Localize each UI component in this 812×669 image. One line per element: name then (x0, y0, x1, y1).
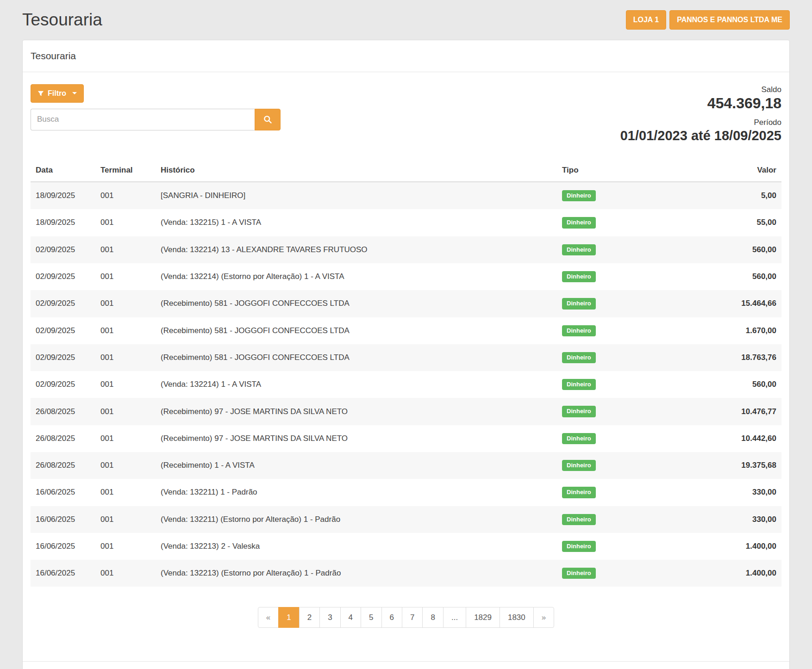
cell-valor: 55,00 (700, 209, 781, 236)
cell-terminal: 001 (95, 479, 156, 506)
pagination-page-8[interactable]: 8 (422, 607, 443, 628)
table-header-row: DataTerminalHistóricoTipoValor (31, 159, 781, 182)
controls-row: Filtro (31, 84, 781, 142)
column-header-valor: Valor (700, 159, 781, 182)
saldo-label: Saldo (620, 85, 781, 94)
search-input[interactable] (31, 109, 255, 130)
table-row: 26/08/2025001(Recebimento) 97 - JOSE MAR… (31, 425, 781, 452)
topbar: Tesouraria LOJA 1 PANNOS E PANNOS LTDA M… (22, 10, 790, 30)
pagination-page-1[interactable]: 1 (278, 607, 299, 628)
cell-terminal: 001 (95, 371, 156, 398)
cell-terminal: 001 (95, 452, 156, 479)
cell-data: 02/09/2025 (31, 263, 95, 290)
tipo-badge: Dinheiro (562, 514, 596, 525)
cell-data: 02/09/2025 (31, 371, 95, 398)
chevron-down-icon (72, 92, 77, 94)
tipo-badge: Dinheiro (562, 298, 596, 309)
cell-terminal: 001 (95, 533, 156, 560)
cell-terminal: 001 (95, 425, 156, 452)
pagination-page-4[interactable]: 4 (340, 607, 361, 628)
table-row: 18/09/2025001(Venda: 132215) 1 - A VISTA… (31, 209, 781, 236)
cell-historico: (Venda: 132213) (Estorno por Alteração) … (156, 560, 557, 587)
cell-terminal: 001 (95, 290, 156, 317)
cell-valor: 1.400,00 (700, 560, 781, 587)
column-header-historico: Histórico (156, 159, 557, 182)
tipo-badge: Dinheiro (562, 433, 596, 444)
company-button[interactable]: PANNOS E PANNOS LTDA ME (669, 10, 790, 30)
pagination-next[interactable]: » (533, 607, 554, 628)
cell-valor: 19.375,68 (700, 452, 781, 479)
cell-valor: 15.464,66 (700, 290, 781, 317)
table-row: 26/08/2025001(Recebimento) 97 - JOSE MAR… (31, 398, 781, 425)
cell-historico: (Venda: 132213) 2 - Valeska (156, 533, 557, 560)
cell-historico: (Venda: 132214) 13 - ALEXANDRE TAVARES F… (156, 236, 557, 263)
cell-valor: 10.442,60 (700, 425, 781, 452)
cell-historico: (Venda: 132215) 1 - A VISTA (156, 209, 557, 236)
table-row: 02/09/2025001(Venda: 132214) (Estorno po… (31, 263, 781, 290)
tipo-badge: Dinheiro (562, 568, 596, 579)
cell-valor: 1.670,00 (700, 317, 781, 344)
cell-historico: (Venda: 132211) (Estorno por Alteração) … (156, 506, 557, 533)
column-header-terminal: Terminal (95, 159, 156, 182)
pagination-page-6[interactable]: 6 (381, 607, 402, 628)
cell-valor: 1.400,00 (700, 533, 781, 560)
filter-icon (37, 90, 44, 97)
table-row: 02/09/2025001(Recebimento) 581 - JOGGOFI… (31, 290, 781, 317)
tesouraria-card: Tesouraria Filtro (22, 40, 790, 669)
store-button[interactable]: LOJA 1 (626, 10, 666, 30)
cell-terminal: 001 (95, 236, 156, 263)
tipo-badge: Dinheiro (562, 190, 596, 201)
pagination-page-5[interactable]: 5 (361, 607, 381, 628)
cell-terminal: 001 (95, 209, 156, 236)
cell-tipo: Dinheiro (557, 290, 700, 317)
cell-terminal: 001 (95, 398, 156, 425)
pagination-page-1829[interactable]: 1829 (466, 607, 500, 628)
pagination-ellipsis: ... (443, 607, 466, 628)
cell-valor: 10.476,77 (700, 398, 781, 425)
table-row: 16/06/2025001(Venda: 132213) (Estorno po… (31, 560, 781, 587)
filter-button[interactable]: Filtro (31, 84, 84, 103)
cell-data: 16/06/2025 (31, 533, 95, 560)
table-row: 02/09/2025001(Recebimento) 581 - JOGGOFI… (31, 317, 781, 344)
pagination-page-1830[interactable]: 1830 (500, 607, 534, 628)
cell-data: 26/08/2025 (31, 425, 95, 452)
pagination: «12345678...18291830» (31, 607, 781, 628)
cell-tipo: Dinheiro (557, 344, 700, 371)
tipo-badge: Dinheiro (562, 325, 596, 336)
pagination-page-7[interactable]: 7 (402, 607, 423, 628)
cell-tipo: Dinheiro (557, 317, 700, 344)
table-row: 26/08/2025001(Recebimento) 1 - A VISTADi… (31, 452, 781, 479)
cell-tipo: Dinheiro (557, 398, 700, 425)
pagination-page-2[interactable]: 2 (299, 607, 320, 628)
summary: Saldo 454.369,18 Período 01/01/2023 até … (620, 84, 781, 142)
cell-valor: 330,00 (700, 506, 781, 533)
cell-tipo: Dinheiro (557, 236, 700, 263)
column-header-tipo: Tipo (557, 159, 700, 182)
periodo-label: Período (620, 118, 781, 127)
cell-historico: (Recebimento) 97 - JOSE MARTINS DA SILVA… (156, 425, 557, 452)
card-body: Filtro (23, 72, 789, 628)
cell-historico: (Recebimento) 581 - JOGGOFI CONFECCOES L… (156, 344, 557, 371)
cell-historico: (Recebimento) 581 - JOGGOFI CONFECCOES L… (156, 317, 557, 344)
column-header-data: Data (31, 159, 95, 182)
cell-valor: 18.763,76 (700, 344, 781, 371)
filter-button-label: Filtro (48, 89, 66, 98)
cell-terminal: 001 (95, 263, 156, 290)
cell-terminal: 001 (95, 506, 156, 533)
table-row: 16/06/2025001(Venda: 132211) (Estorno po… (31, 506, 781, 533)
tipo-badge: Dinheiro (562, 217, 596, 228)
cell-tipo: Dinheiro (557, 452, 700, 479)
transactions-table: DataTerminalHistóricoTipoValor 18/09/202… (31, 159, 781, 587)
search-button[interactable] (255, 109, 281, 130)
cell-data: 16/06/2025 (31, 560, 95, 587)
cell-terminal: 001 (95, 344, 156, 371)
pagination-prev[interactable]: « (258, 607, 279, 628)
tipo-badge: Dinheiro (562, 244, 596, 255)
card-footer: Total - 27.441 encontrado(s) (23, 661, 789, 669)
tipo-badge: Dinheiro (562, 271, 596, 282)
tipo-badge: Dinheiro (562, 460, 596, 471)
tipo-badge: Dinheiro (562, 379, 596, 390)
cell-historico: (Recebimento) 1 - A VISTA (156, 452, 557, 479)
pagination-page-3[interactable]: 3 (319, 607, 340, 628)
cell-data: 18/09/2025 (31, 182, 95, 209)
